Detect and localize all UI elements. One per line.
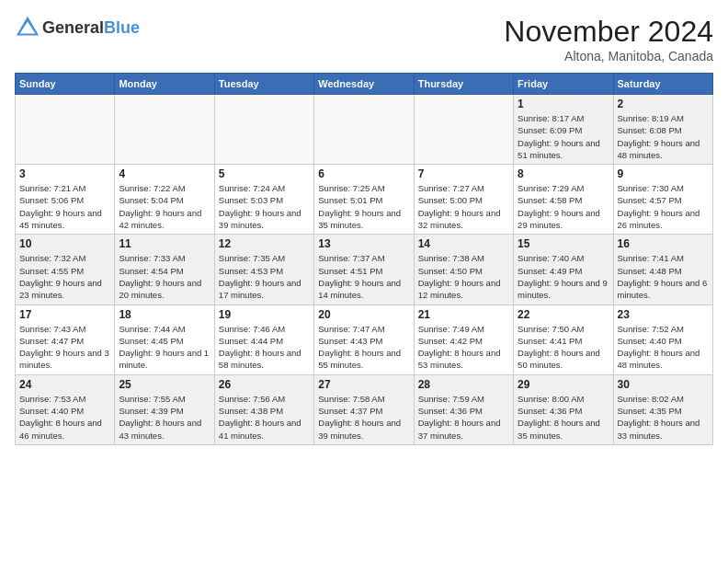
- calendar-cell: 15Sunrise: 7:40 AM Sunset: 4:49 PM Dayli…: [514, 235, 613, 304]
- day-detail: Sunrise: 8:02 AM Sunset: 4:35 PM Dayligh…: [618, 393, 709, 442]
- day-number: 10: [19, 237, 110, 250]
- day-detail: Sunrise: 7:27 AM Sunset: 5:00 PM Dayligh…: [418, 182, 509, 231]
- title-area: November 2024 Altona, Manitoba, Canada: [504, 15, 713, 63]
- calendar-cell: 13Sunrise: 7:37 AM Sunset: 4:51 PM Dayli…: [314, 235, 414, 304]
- day-detail: Sunrise: 7:35 AM Sunset: 4:53 PM Dayligh…: [219, 252, 310, 301]
- day-detail: Sunrise: 7:22 AM Sunset: 5:04 PM Dayligh…: [119, 182, 210, 231]
- calendar-table: SundayMondayTuesdayWednesdayThursdayFrid…: [15, 73, 713, 445]
- day-number: 28: [418, 378, 509, 391]
- calendar-cell: 8Sunrise: 7:29 AM Sunset: 4:58 PM Daylig…: [514, 165, 613, 235]
- day-number: 21: [418, 308, 509, 321]
- day-detail: Sunrise: 7:38 AM Sunset: 4:50 PM Dayligh…: [418, 252, 509, 301]
- day-number: 20: [318, 308, 409, 321]
- day-detail: Sunrise: 8:00 AM Sunset: 4:36 PM Dayligh…: [518, 393, 609, 442]
- day-number: 27: [318, 378, 409, 391]
- calendar-cell: 28Sunrise: 7:59 AM Sunset: 4:36 PM Dayli…: [414, 374, 513, 444]
- calendar-cell: 11Sunrise: 7:33 AM Sunset: 4:54 PM Dayli…: [115, 235, 214, 304]
- calendar-cell: 2Sunrise: 8:19 AM Sunset: 6:08 PM Daylig…: [613, 95, 712, 165]
- page-container: GeneralBlue November 2024 Altona, Manito…: [0, 0, 728, 453]
- calendar-cell: 9Sunrise: 7:30 AM Sunset: 4:57 PM Daylig…: [613, 165, 712, 235]
- day-of-week-header: Monday: [115, 74, 214, 95]
- logo-text: GeneralBlue: [42, 18, 140, 38]
- day-detail: Sunrise: 7:53 AM Sunset: 4:40 PM Dayligh…: [19, 393, 110, 442]
- day-detail: Sunrise: 7:29 AM Sunset: 4:58 PM Dayligh…: [518, 182, 609, 231]
- day-number: 29: [518, 378, 609, 391]
- day-detail: Sunrise: 7:49 AM Sunset: 4:42 PM Dayligh…: [418, 323, 509, 372]
- day-number: 2: [618, 98, 709, 110]
- day-number: 4: [119, 167, 210, 180]
- calendar-cell: 26Sunrise: 7:56 AM Sunset: 4:38 PM Dayli…: [214, 374, 313, 444]
- day-number: 24: [19, 378, 110, 391]
- calendar-cell: [115, 95, 214, 165]
- calendar-week-row: 17Sunrise: 7:43 AM Sunset: 4:47 PM Dayli…: [16, 304, 713, 374]
- location-title: Altona, Manitoba, Canada: [504, 49, 713, 63]
- day-detail: Sunrise: 7:24 AM Sunset: 5:03 PM Dayligh…: [219, 182, 310, 231]
- day-number: 23: [618, 308, 709, 321]
- day-detail: Sunrise: 7:32 AM Sunset: 4:55 PM Dayligh…: [19, 252, 110, 301]
- calendar-header-row: SundayMondayTuesdayWednesdayThursdayFrid…: [16, 74, 713, 95]
- logo-icon: [15, 15, 40, 40]
- calendar-cell: 21Sunrise: 7:49 AM Sunset: 4:42 PM Dayli…: [414, 304, 513, 374]
- month-title: November 2024: [504, 15, 713, 49]
- calendar-cell: 25Sunrise: 7:55 AM Sunset: 4:39 PM Dayli…: [115, 374, 214, 444]
- day-number: 22: [518, 308, 609, 321]
- day-detail: Sunrise: 7:55 AM Sunset: 4:39 PM Dayligh…: [119, 393, 210, 442]
- calendar-cell: 20Sunrise: 7:47 AM Sunset: 4:43 PM Dayli…: [314, 304, 414, 374]
- day-of-week-header: Thursday: [414, 74, 513, 95]
- calendar-cell: 18Sunrise: 7:44 AM Sunset: 4:45 PM Dayli…: [115, 304, 214, 374]
- day-of-week-header: Tuesday: [214, 74, 313, 95]
- day-number: 6: [318, 167, 409, 180]
- day-number: 11: [119, 237, 210, 250]
- day-detail: Sunrise: 7:56 AM Sunset: 4:38 PM Dayligh…: [219, 393, 310, 442]
- day-detail: Sunrise: 8:17 AM Sunset: 6:09 PM Dayligh…: [518, 112, 609, 161]
- day-number: 15: [518, 237, 609, 250]
- calendar-week-row: 10Sunrise: 7:32 AM Sunset: 4:55 PM Dayli…: [16, 235, 713, 304]
- day-detail: Sunrise: 7:58 AM Sunset: 4:37 PM Dayligh…: [318, 393, 409, 442]
- day-number: 3: [19, 167, 110, 180]
- day-number: 12: [219, 237, 310, 250]
- calendar-cell: [16, 95, 115, 165]
- day-number: 14: [418, 237, 509, 250]
- day-detail: Sunrise: 7:44 AM Sunset: 4:45 PM Dayligh…: [119, 323, 210, 372]
- day-detail: Sunrise: 8:19 AM Sunset: 6:08 PM Dayligh…: [618, 112, 709, 161]
- day-of-week-header: Sunday: [16, 74, 115, 95]
- calendar-cell: 1Sunrise: 8:17 AM Sunset: 6:09 PM Daylig…: [514, 95, 613, 165]
- calendar-cell: [214, 95, 313, 165]
- calendar-cell: 29Sunrise: 8:00 AM Sunset: 4:36 PM Dayli…: [514, 374, 613, 444]
- calendar-cell: 22Sunrise: 7:50 AM Sunset: 4:41 PM Dayli…: [514, 304, 613, 374]
- day-detail: Sunrise: 7:59 AM Sunset: 4:36 PM Dayligh…: [418, 393, 509, 442]
- calendar-cell: 30Sunrise: 8:02 AM Sunset: 4:35 PM Dayli…: [613, 374, 712, 444]
- day-number: 9: [618, 167, 709, 180]
- day-number: 18: [119, 308, 210, 321]
- day-detail: Sunrise: 7:40 AM Sunset: 4:49 PM Dayligh…: [518, 252, 609, 301]
- day-number: 25: [119, 378, 210, 391]
- day-number: 17: [19, 308, 110, 321]
- calendar-week-row: 3Sunrise: 7:21 AM Sunset: 5:06 PM Daylig…: [16, 165, 713, 235]
- calendar-cell: [414, 95, 513, 165]
- day-number: 19: [219, 308, 310, 321]
- day-detail: Sunrise: 7:30 AM Sunset: 4:57 PM Dayligh…: [618, 182, 709, 231]
- day-detail: Sunrise: 7:41 AM Sunset: 4:48 PM Dayligh…: [618, 252, 709, 301]
- calendar-cell: 14Sunrise: 7:38 AM Sunset: 4:50 PM Dayli…: [414, 235, 513, 304]
- day-detail: Sunrise: 7:50 AM Sunset: 4:41 PM Dayligh…: [518, 323, 609, 372]
- calendar-cell: 27Sunrise: 7:58 AM Sunset: 4:37 PM Dayli…: [314, 374, 414, 444]
- day-number: 30: [618, 378, 709, 391]
- day-detail: Sunrise: 7:33 AM Sunset: 4:54 PM Dayligh…: [119, 252, 210, 301]
- header: GeneralBlue November 2024 Altona, Manito…: [15, 15, 713, 63]
- calendar-cell: 3Sunrise: 7:21 AM Sunset: 5:06 PM Daylig…: [16, 165, 115, 235]
- day-number: 13: [318, 237, 409, 250]
- calendar-cell: 12Sunrise: 7:35 AM Sunset: 4:53 PM Dayli…: [214, 235, 313, 304]
- calendar-cell: 19Sunrise: 7:46 AM Sunset: 4:44 PM Dayli…: [214, 304, 313, 374]
- day-of-week-header: Wednesday: [314, 74, 414, 95]
- calendar-cell: 5Sunrise: 7:24 AM Sunset: 5:03 PM Daylig…: [214, 165, 313, 235]
- calendar-cell: [314, 95, 414, 165]
- calendar-cell: 17Sunrise: 7:43 AM Sunset: 4:47 PM Dayli…: [16, 304, 115, 374]
- calendar-week-row: 1Sunrise: 8:17 AM Sunset: 6:09 PM Daylig…: [16, 95, 713, 165]
- calendar-cell: 7Sunrise: 7:27 AM Sunset: 5:00 PM Daylig…: [414, 165, 513, 235]
- logo: GeneralBlue: [15, 15, 140, 40]
- day-of-week-header: Friday: [514, 74, 613, 95]
- day-detail: Sunrise: 7:25 AM Sunset: 5:01 PM Dayligh…: [318, 182, 409, 231]
- day-number: 1: [518, 98, 609, 110]
- day-number: 26: [219, 378, 310, 391]
- calendar-cell: 16Sunrise: 7:41 AM Sunset: 4:48 PM Dayli…: [613, 235, 712, 304]
